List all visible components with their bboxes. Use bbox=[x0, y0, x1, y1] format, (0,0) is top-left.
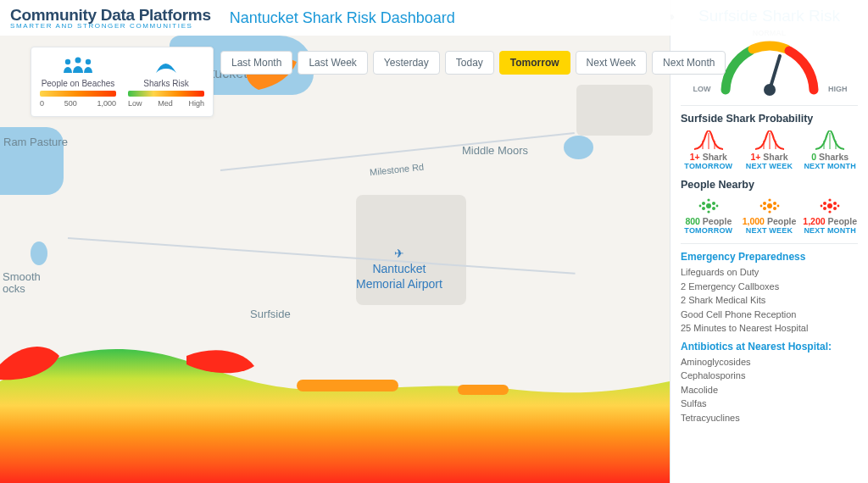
list-item: Macolide bbox=[681, 383, 858, 397]
svg-point-4 bbox=[86, 59, 91, 64]
cluster-icon bbox=[802, 196, 858, 216]
time-filter-bar: Last MonthLast WeekYesterdayTodayTomorro… bbox=[220, 51, 726, 75]
svg-point-18 bbox=[712, 202, 715, 205]
cluster-icon bbox=[742, 196, 798, 216]
svg-point-40 bbox=[829, 210, 832, 213]
legend-people-title: People on Beaches bbox=[40, 79, 116, 88]
svg-point-33 bbox=[776, 205, 779, 208]
probability-card: 0 SharksNEXT MONTH bbox=[802, 130, 858, 170]
list-item: 25 Minutes to Nearest Hospital bbox=[681, 321, 858, 336]
svg-point-22 bbox=[707, 210, 709, 213]
svg-point-32 bbox=[760, 205, 762, 208]
people-title: People Nearby bbox=[681, 179, 858, 191]
road-line bbox=[68, 237, 576, 275]
airport-name-1: Nantucket bbox=[356, 261, 442, 276]
svg-point-27 bbox=[773, 202, 776, 205]
probability-row: 1+ SharkTOMORROW1+ SharkNEXT WEEK0 Shark… bbox=[681, 130, 858, 170]
map-label-moors: Middle Moors bbox=[462, 144, 528, 157]
map-label-rams: Ram Pasture bbox=[3, 136, 68, 148]
svg-rect-1 bbox=[458, 385, 509, 395]
legend-sharks: Sharks Risk Low Med High bbox=[128, 54, 204, 108]
emergency-list: Lifeguards on Duty2 Emergency Callboxes2… bbox=[681, 265, 858, 336]
shark-fin-icon bbox=[128, 54, 204, 76]
svg-point-19 bbox=[702, 207, 705, 210]
svg-point-16 bbox=[706, 203, 711, 208]
time-filter-tomorrow[interactable]: Tomorrow bbox=[499, 51, 570, 75]
water-shape bbox=[31, 242, 47, 265]
legend-tick: 1,000 bbox=[97, 99, 116, 108]
map-label-milestone: Milestone Rd bbox=[370, 162, 425, 178]
page-title: Nantucket Shark Risk Dashboard bbox=[230, 9, 455, 27]
legend-shark-title: Sharks Risk bbox=[128, 79, 204, 88]
probability-card: 1+ SharkNEXT WEEK bbox=[742, 130, 798, 170]
legend-tick: Low bbox=[128, 99, 142, 108]
list-item: Tetracyuclines bbox=[681, 411, 858, 425]
antibiotics-list: AminoglycosidesCephalosporinsMacolideSul… bbox=[681, 355, 858, 425]
time-filter-today[interactable]: Today bbox=[445, 51, 494, 75]
cluster-icon bbox=[681, 196, 737, 216]
list-item: Aminoglycosides bbox=[681, 355, 858, 369]
svg-point-30 bbox=[768, 198, 771, 201]
legend-tick: 0 bbox=[40, 99, 44, 108]
svg-point-38 bbox=[833, 207, 837, 210]
people-icon bbox=[40, 54, 116, 76]
svg-point-42 bbox=[837, 205, 840, 208]
emergency-title: Emergency Preparedness bbox=[681, 251, 858, 263]
people-card: 800 PeopleTOMORROW bbox=[681, 196, 737, 235]
bell-curve-icon bbox=[742, 130, 798, 152]
probability-card: 1+ SharkTOMORROW bbox=[681, 130, 737, 170]
svg-point-41 bbox=[821, 205, 823, 208]
list-item: 2 Shark Medical Kits bbox=[681, 293, 858, 308]
svg-point-37 bbox=[823, 207, 826, 210]
header: Community Data Platforms SMARTER AND STR… bbox=[0, 0, 868, 36]
list-item: 2 Emergency Callboxes bbox=[681, 280, 858, 294]
svg-point-35 bbox=[823, 202, 826, 205]
gauge-high-label: HIGH bbox=[828, 85, 848, 93]
legend-tick: Med bbox=[158, 99, 173, 108]
svg-point-21 bbox=[707, 198, 709, 201]
bell-curve-icon bbox=[681, 130, 737, 152]
logo-tagline: SMARTER AND STRONGER COMMUNITIES bbox=[10, 23, 211, 30]
svg-point-34 bbox=[827, 203, 832, 208]
legend-people-gradient bbox=[40, 91, 116, 97]
list-item: Cephalosporins bbox=[681, 369, 858, 383]
legend-shark-gradient bbox=[128, 91, 204, 97]
legend-card: People on Beaches 0 500 1,000 Sharks Ris… bbox=[31, 47, 214, 117]
water-shape bbox=[564, 136, 593, 159]
probability-title: Surfside Shark Probability bbox=[681, 113, 858, 125]
antibiotics-title: Antibiotics at Nearest Hospital: bbox=[681, 341, 858, 353]
svg-point-24 bbox=[715, 205, 718, 208]
svg-point-2 bbox=[65, 59, 70, 64]
logo[interactable]: Community Data Platforms SMARTER AND STR… bbox=[10, 7, 211, 30]
people-row: 800 PeopleTOMORROW1,000 PeopleNEXT WEEK1… bbox=[681, 196, 858, 235]
svg-point-26 bbox=[763, 202, 766, 205]
time-filter-last-month[interactable]: Last Month bbox=[220, 51, 292, 75]
svg-line-6 bbox=[770, 56, 780, 90]
svg-point-29 bbox=[773, 207, 776, 210]
airplane-icon: ✈ bbox=[356, 246, 442, 261]
time-filter-next-month[interactable]: Next Month bbox=[652, 51, 726, 75]
risk-heatmap bbox=[0, 280, 670, 483]
divider bbox=[681, 105, 858, 106]
land-block bbox=[576, 85, 653, 136]
svg-point-17 bbox=[702, 202, 705, 205]
logo-main: Community Data Platforms bbox=[10, 7, 211, 23]
time-filter-next-week[interactable]: Next Week bbox=[576, 51, 647, 75]
list-item: Sulfas bbox=[681, 397, 858, 411]
svg-point-3 bbox=[75, 58, 81, 64]
bell-curve-icon bbox=[802, 130, 858, 152]
legend-tick: High bbox=[188, 99, 204, 108]
svg-point-36 bbox=[833, 202, 837, 205]
svg-point-23 bbox=[698, 205, 701, 208]
legend-tick: 500 bbox=[64, 99, 77, 108]
svg-rect-0 bbox=[297, 380, 398, 391]
svg-point-39 bbox=[829, 198, 832, 201]
time-filter-last-week[interactable]: Last Week bbox=[298, 51, 367, 75]
svg-point-28 bbox=[763, 207, 766, 210]
svg-point-31 bbox=[768, 210, 771, 213]
divider bbox=[681, 243, 858, 244]
time-filter-yesterday[interactable]: Yesterday bbox=[373, 51, 440, 75]
risk-gauge: LOW NORMAL HIGH bbox=[710, 31, 829, 98]
svg-point-20 bbox=[712, 207, 715, 210]
list-item: Lifeguards on Duty bbox=[681, 265, 858, 280]
